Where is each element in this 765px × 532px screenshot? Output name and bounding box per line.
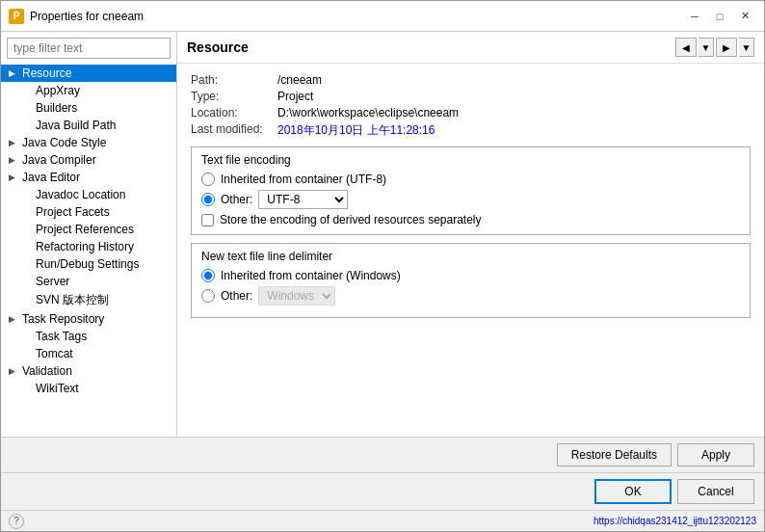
sidebar-item-tomcat[interactable]: Tomcat — [1, 345, 176, 362]
location-label: Location: — [191, 106, 277, 120]
tree-area: ▶ResourceAppXrayBuildersJava Build Path▶… — [1, 65, 176, 437]
location-value: D:\work\workspace\eclipse\cneeam — [277, 106, 459, 120]
tree-arrow-java-editor: ▶ — [9, 173, 20, 182]
text-encoding-section: Text file encoding Inherited from contai… — [191, 146, 751, 235]
path-label: Path: — [191, 73, 277, 87]
help-icon[interactable]: ? — [9, 514, 24, 529]
encoding-inherited-radio[interactable] — [201, 173, 215, 186]
sidebar-item-label-task-tags: Task Tags — [36, 330, 172, 343]
sidebar-item-java-compiler[interactable]: ▶Java Compiler — [1, 151, 176, 169]
sidebar-item-validation[interactable]: ▶Validation — [1, 362, 176, 380]
apply-button[interactable]: Apply — [677, 443, 754, 466]
type-value: Project — [277, 90, 313, 103]
sidebar-item-label-java-build-path: Java Build Path — [36, 119, 172, 132]
sidebar-item-label-java-code-style: Java Code Style — [22, 136, 172, 149]
sidebar-item-java-build-path[interactable]: Java Build Path — [1, 117, 176, 134]
type-row: Type: Project — [191, 90, 751, 103]
encoding-other-label: Other: — [221, 193, 252, 206]
modified-row: Last modified: 2018年10月10日 上午11:28:16 — [191, 122, 751, 139]
title-bar: P Properties for cneeam ─ □ ✕ — [1, 1, 764, 32]
delimiter-other-row: Other: WindowsUnixMac — [201, 286, 740, 306]
encoding-select[interactable]: UTF-8ISO-8859-1US-ASCIIUTF-16UTF-16BEUTF… — [258, 190, 348, 209]
sidebar-item-label-refactoring-history: Refactoring History — [36, 240, 172, 253]
title-controls: ─ □ ✕ — [683, 7, 756, 26]
sidebar-item-label-resource: Resource — [22, 66, 172, 80]
sidebar-item-wikitext[interactable]: WikiText — [1, 380, 176, 397]
ok-button[interactable]: OK — [594, 479, 672, 504]
delimiter-section-title: New text file line delimiter — [201, 250, 740, 263]
encoding-section-title: Text file encoding — [201, 153, 740, 167]
panel-body: Path: /cneeam Type: Project Location: D:… — [177, 64, 764, 437]
sidebar-item-label-svn: SVN 版本控制 — [36, 292, 172, 308]
maximize-button[interactable]: □ — [708, 7, 731, 26]
sidebar-item-java-code-style[interactable]: ▶Java Code Style — [1, 134, 176, 151]
sidebar-item-label-project-facets: Project Facets — [36, 205, 172, 219]
encoding-inherited-row: Inherited from container (UTF-8) — [201, 173, 740, 186]
location-row: Location: D:\work\workspace\eclipse\cnee… — [191, 106, 751, 120]
sidebar-item-label-validation: Validation — [22, 364, 172, 378]
path-row: Path: /cneeam — [191, 73, 751, 87]
path-value: /cneeam — [277, 73, 322, 87]
sidebar-item-project-facets[interactable]: Project Facets — [1, 203, 176, 221]
cancel-button[interactable]: Cancel — [677, 479, 754, 504]
encoding-inherited-label: Inherited from container (UTF-8) — [221, 173, 386, 186]
nav-back-button[interactable]: ◀ — [675, 38, 697, 57]
type-label: Type: — [191, 90, 277, 103]
tree-arrow-resource: ▶ — [9, 68, 20, 78]
panel-header: Resource ◀ ▼ ▶ ▼ — [177, 32, 764, 64]
delimiter-select: WindowsUnixMac — [258, 286, 335, 306]
ok-cancel-bar: OK Cancel — [1, 472, 764, 510]
sidebar-item-label-wikitext: WikiText — [36, 382, 172, 395]
modified-value: 2018年10月10日 上午11:28:16 — [277, 122, 435, 139]
store-encoding-checkbox[interactable] — [201, 214, 214, 226]
encoding-other-radio[interactable] — [201, 193, 215, 206]
sidebar-item-label-task-repository: Task Repository — [22, 312, 172, 326]
line-delimiter-section: New text file line delimiter Inherited f… — [191, 243, 751, 318]
minimize-button[interactable]: ─ — [683, 7, 706, 26]
statusbar: ? https://chidqas231412_ijttu123202123 — [1, 510, 764, 531]
delimiter-inherited-row: Inherited from container (Windows) — [201, 269, 740, 282]
sidebar-item-server[interactable]: Server — [1, 273, 176, 290]
bottom-bar: Restore Defaults Apply — [1, 437, 764, 472]
sidebar-item-svn[interactable]: SVN 版本控制 — [1, 290, 176, 310]
sidebar-item-builders[interactable]: Builders — [1, 99, 176, 117]
right-panel: Resource ◀ ▼ ▶ ▼ Path: /cneeam Type: Pro… — [177, 32, 764, 437]
sidebar-item-task-repository[interactable]: ▶Task Repository — [1, 310, 176, 328]
delimiter-inherited-radio[interactable] — [201, 269, 215, 282]
sidebar-item-project-references[interactable]: Project References — [1, 221, 176, 238]
sidebar-item-refactoring-history[interactable]: Refactoring History — [1, 238, 176, 255]
sidebar-item-label-server: Server — [36, 275, 172, 288]
title-bar-left: P Properties for cneeam — [9, 9, 144, 24]
statusbar-left: ? — [9, 514, 24, 529]
sidebar-item-label-project-references: Project References — [36, 223, 172, 236]
sidebar: ▶ResourceAppXrayBuildersJava Build Path▶… — [1, 32, 177, 437]
tree-arrow-java-code-style: ▶ — [9, 138, 20, 147]
sidebar-item-run-debug-settings[interactable]: Run/Debug Settings — [1, 255, 176, 273]
store-encoding-row: Store the encoding of derived resources … — [201, 213, 740, 226]
sidebar-item-resource[interactable]: ▶Resource — [1, 65, 176, 82]
delimiter-other-label: Other: — [221, 289, 252, 303]
store-encoding-label: Store the encoding of derived resources … — [220, 213, 482, 226]
statusbar-url: https://chidqas231412_ijttu123202123 — [594, 516, 756, 526]
sidebar-item-java-editor[interactable]: ▶Java Editor — [1, 169, 176, 186]
window-icon: P — [9, 9, 24, 24]
sidebar-item-label-java-editor: Java Editor — [22, 171, 172, 184]
restore-defaults-button[interactable]: Restore Defaults — [557, 443, 672, 466]
nav-forward-dropdown[interactable]: ▼ — [739, 38, 754, 57]
nav-back-dropdown[interactable]: ▼ — [699, 38, 714, 57]
delimiter-inherited-label: Inherited from container (Windows) — [221, 269, 401, 282]
delimiter-other-radio[interactable] — [201, 289, 215, 303]
modified-label: Last modified: — [191, 122, 277, 139]
tree-arrow-java-compiler: ▶ — [9, 155, 20, 165]
sidebar-item-label-run-debug-settings: Run/Debug Settings — [36, 257, 172, 271]
nav-forward-button[interactable]: ▶ — [716, 38, 737, 57]
sidebar-item-label-builders: Builders — [36, 101, 172, 115]
close-button[interactable]: ✕ — [733, 7, 756, 26]
sidebar-item-label-javadoc-location: Javadoc Location — [36, 188, 172, 201]
sidebar-item-task-tags[interactable]: Task Tags — [1, 328, 176, 345]
sidebar-item-javadoc-location[interactable]: Javadoc Location — [1, 186, 176, 203]
filter-input[interactable] — [7, 38, 171, 59]
main-content: ▶ResourceAppXrayBuildersJava Build Path▶… — [1, 32, 764, 437]
sidebar-item-appxray[interactable]: AppXray — [1, 82, 176, 99]
panel-title: Resource — [187, 40, 249, 55]
